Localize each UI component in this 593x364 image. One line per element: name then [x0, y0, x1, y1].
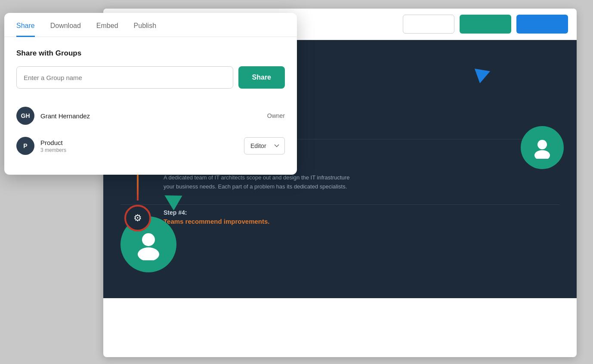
step-4-row: ⚙ Step #4: Teams recommend improvements. — [120, 205, 559, 243]
cursor-arrow-icon — [475, 64, 493, 83]
person-avatar-small — [521, 126, 564, 169]
share-dialog: Share Download Embed Publish Share with … — [4, 13, 297, 175]
top-button-blue[interactable] — [516, 15, 568, 34]
tab-download[interactable]: Download — [50, 22, 81, 37]
person-name-grant: Grant Hernandez — [40, 112, 267, 120]
step-4-label: Step #4: — [164, 209, 559, 216]
avatar-grant: GH — [16, 107, 34, 125]
person-role-grant: Owner — [267, 112, 285, 119]
people-list: GH Grant Hernandez Owner P Product 3 mem… — [16, 101, 285, 161]
step-4-icon-circle: ⚙ — [124, 205, 151, 231]
svg-point-0 — [537, 140, 547, 149]
top-button-teal[interactable] — [460, 15, 511, 34]
step-3-desc: A dedicated team of IT architects scope … — [164, 173, 559, 191]
tab-bar: Share Download Embed Publish — [4, 13, 297, 37]
tab-share[interactable]: Share — [16, 22, 35, 37]
person-info-product: Product 3 members — [40, 139, 244, 153]
svg-point-2 — [142, 233, 155, 246]
share-button[interactable]: Share — [238, 66, 285, 89]
gear-icon: ⚙ — [133, 213, 142, 224]
person-name-product: Product — [40, 139, 244, 146]
share-with-title: Share with Groups — [16, 49, 285, 58]
step-line — [137, 175, 139, 201]
person-sub-product: 3 members — [40, 147, 244, 153]
svg-point-1 — [534, 150, 550, 159]
step-4-content: Step #4: Teams recommend improvements. — [155, 205, 559, 243]
step-4-title: Teams recommend improvements. — [164, 218, 559, 225]
person-info-grant: Grant Hernandez — [40, 112, 267, 120]
tab-embed[interactable]: Embed — [96, 22, 118, 37]
dialog-body: Share with Groups Share GH Grant Hernand… — [4, 37, 297, 175]
svg-point-3 — [138, 247, 159, 260]
person-row-1: P Product 3 members Editor Viewer Owner — [16, 131, 285, 161]
top-button-white[interactable] — [403, 15, 454, 34]
avatar-product: P — [16, 137, 34, 155]
person-row-0: GH Grant Hernandez Owner — [16, 101, 285, 131]
group-name-input[interactable] — [16, 66, 233, 89]
input-row: Share — [16, 66, 285, 89]
role-dropdown-product[interactable]: Editor Viewer Owner — [244, 137, 285, 154]
tab-publish[interactable]: Publish — [134, 22, 156, 37]
